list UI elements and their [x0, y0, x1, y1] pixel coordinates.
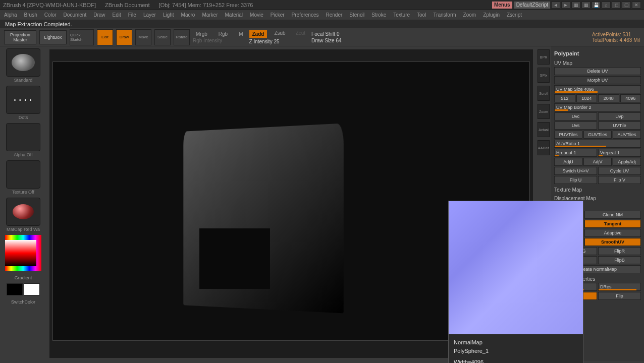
flip-button[interactable]: Flip [598, 292, 641, 300]
scale-button[interactable]: Scale [154, 29, 171, 45]
guv-button[interactable]: GUVTiles [583, 131, 612, 139]
aahalf-button[interactable]: AAHalf [538, 140, 550, 155]
menu-layer[interactable]: Layer [143, 12, 156, 18]
applyadj-button[interactable]: ApplyAdj [613, 158, 641, 166]
close-icon[interactable]: ✕ [632, 2, 641, 9]
arrow-left-icon[interactable]: ◄ [551, 2, 560, 9]
tangent-button[interactable]: Tangent [584, 220, 641, 228]
flip-v-button[interactable]: Flip V [598, 176, 641, 184]
brush-thumb[interactable] [6, 48, 40, 77]
uvp-button[interactable]: Uvp [598, 112, 641, 120]
uv-map-size-slider[interactable]: UV Map Size 4096 [554, 85, 641, 93]
layout2-icon[interactable]: ▦ [581, 2, 591, 9]
polypaint-header[interactable]: Polypaint [554, 48, 641, 58]
swatch-black[interactable] [7, 283, 23, 295]
material-thumb[interactable] [6, 198, 40, 226]
zcut-button[interactable]: Zcut [293, 30, 308, 38]
menu-edit[interactable]: Edit [113, 12, 121, 18]
projection-master-button[interactable]: Projection Master [4, 30, 36, 44]
auvratio-slider[interactable]: AUVRatio 1 [554, 140, 641, 148]
rgb-intensity-slider[interactable]: Rgb Intensity [193, 38, 246, 43]
size-512-button[interactable]: 512 [554, 94, 575, 102]
bpr-button[interactable]: BPR [538, 49, 550, 65]
clone-nm-button[interactable]: Clone NM [584, 211, 641, 219]
menu-zoom[interactable]: Zoom [463, 12, 476, 18]
draw-size-slider[interactable]: Draw Size 64 [311, 38, 341, 43]
menu-material[interactable]: Material [225, 12, 243, 18]
zadd-button[interactable]: Zadd [249, 30, 267, 38]
rgb-button[interactable]: Rgb [216, 31, 231, 37]
hrepeat-slider[interactable]: Hrepeat 1 [554, 149, 597, 157]
save-icon[interactable]: 💾 [592, 2, 601, 9]
uvc-button[interactable]: Uvc [554, 112, 597, 120]
menu-tool[interactable]: Tool [417, 12, 426, 18]
spix-button[interactable]: SPix [538, 68, 550, 83]
texture-thumb[interactable] [6, 160, 40, 189]
focal-shift-slider[interactable]: Focal Shift 0 [311, 31, 341, 37]
z-intensity-slider[interactable]: Z Intensity 25 [249, 39, 309, 44]
menu-transform[interactable]: Transform [433, 12, 456, 18]
dres-slider[interactable]: DRes [598, 283, 641, 291]
zoom-button[interactable]: Zoom [538, 104, 550, 119]
puv-button[interactable]: PUVTiles [554, 131, 582, 139]
menus-button[interactable]: Menus [492, 2, 512, 9]
swatch-white[interactable] [24, 283, 40, 295]
lightbox-button[interactable]: LightBox [39, 30, 67, 44]
uvtile-button[interactable]: UVTile [598, 122, 641, 130]
menu-macro[interactable]: Macro [181, 12, 195, 18]
quick-sketch-button[interactable]: Quick Sketch [70, 29, 94, 45]
switch-uv-button[interactable]: Switch U<>V [554, 167, 597, 175]
home-icon[interactable]: ⌂ [602, 2, 611, 9]
menu-texture[interactable]: Texture [393, 12, 410, 18]
menu-brush[interactable]: Brush [24, 12, 37, 18]
menu-document[interactable]: Document [64, 12, 87, 18]
uvmap-header[interactable]: UV Map [554, 58, 641, 67]
cycle-uv-button[interactable]: Cycle UV [598, 167, 641, 175]
edit-button[interactable]: Edit [97, 29, 113, 45]
gradient-label[interactable]: Gradient [15, 275, 32, 280]
vrepeat-slider[interactable]: Vrepeat 1 [598, 149, 641, 157]
menu-render[interactable]: Render [326, 12, 343, 18]
menu-zscript[interactable]: Zscript [507, 12, 522, 18]
draw-button[interactable]: Draw [116, 29, 132, 45]
zsub-button[interactable]: Zsub [271, 30, 288, 38]
adaptive-button[interactable]: Adaptive [584, 229, 641, 237]
mrgb-button[interactable]: Mrgb [193, 31, 210, 37]
menu-light[interactable]: Light [163, 12, 174, 18]
menu-alpha[interactable]: Alpha [4, 12, 17, 18]
menu-file[interactable]: File [128, 12, 136, 18]
menu-stroke[interactable]: Stroke [371, 12, 386, 18]
menu-draw[interactable]: Draw [93, 12, 105, 18]
menu-marker[interactable]: Marker [202, 12, 218, 18]
rotate-button[interactable]: Rotate [174, 29, 190, 45]
flip-u-button[interactable]: Flip U [554, 176, 597, 184]
uv-border-slider[interactable]: UV Map Border 2 [554, 103, 641, 111]
size-4096-button[interactable]: 4096 [620, 94, 641, 102]
max-icon[interactable]: ▢ [622, 2, 631, 9]
actual-button[interactable]: Actual [538, 122, 550, 137]
menu-color[interactable]: Color [44, 12, 57, 18]
uvs-button[interactable]: Uvs [554, 122, 597, 130]
switchcolor-button[interactable]: SwitchColor [11, 299, 35, 305]
scroll-button[interactable]: Scroll [538, 86, 550, 101]
menu-zplugin[interactable]: Zplugin [483, 12, 500, 18]
square-icon[interactable]: ◻ [612, 2, 621, 9]
arrow-right-icon[interactable]: ► [561, 2, 570, 9]
flipr-button[interactable]: FlipR [598, 247, 641, 255]
morph-uv-button[interactable]: Morph UV [554, 76, 641, 84]
layout-icon[interactable]: ▦ [571, 2, 580, 9]
menu-stencil[interactable]: Stencil [349, 12, 364, 18]
size-2048-button[interactable]: 2048 [598, 94, 619, 102]
alpha-thumb[interactable] [6, 123, 40, 151]
default-zscript-button[interactable]: DefaultZScript [514, 2, 550, 9]
auv-button[interactable]: AUVTiles [613, 131, 641, 139]
flipb-button[interactable]: FlipB [598, 256, 641, 264]
size-1024-button[interactable]: 1024 [576, 94, 598, 102]
menu-movie[interactable]: Movie [250, 12, 263, 18]
menu-picker[interactable]: Picker [271, 12, 285, 18]
stroke-thumb[interactable] [6, 86, 40, 114]
m-button[interactable]: M [236, 31, 246, 37]
menu-preferences[interactable]: Preferences [292, 12, 319, 18]
texmap-header[interactable]: Texture Map [554, 185, 641, 194]
move-button[interactable]: Move [135, 29, 151, 45]
